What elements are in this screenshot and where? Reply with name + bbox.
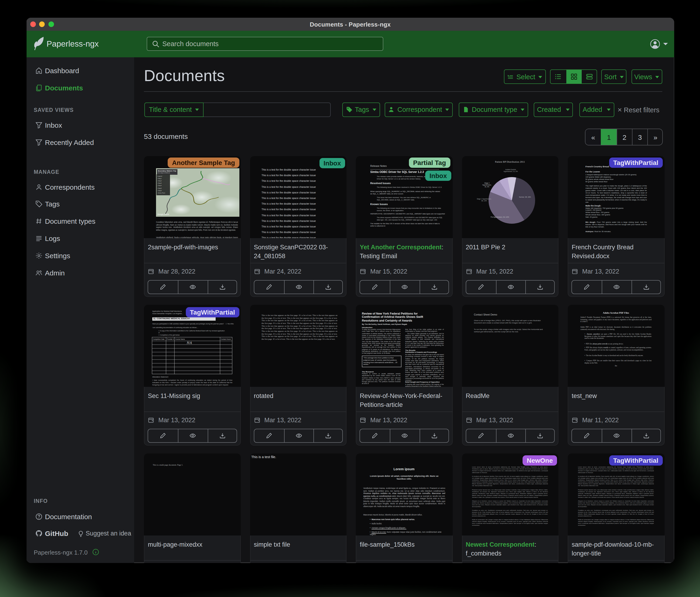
svg-text:Contact Hours: Contact Hours: [221, 338, 231, 340]
svg-text:Completion Date: Completion Date: [153, 338, 165, 340]
svg-text:Provider #: Provider #: [167, 338, 174, 340]
svg-text:Course Name: Course Name: [175, 338, 185, 340]
svg-text:N\A: N\A: [186, 341, 192, 344]
